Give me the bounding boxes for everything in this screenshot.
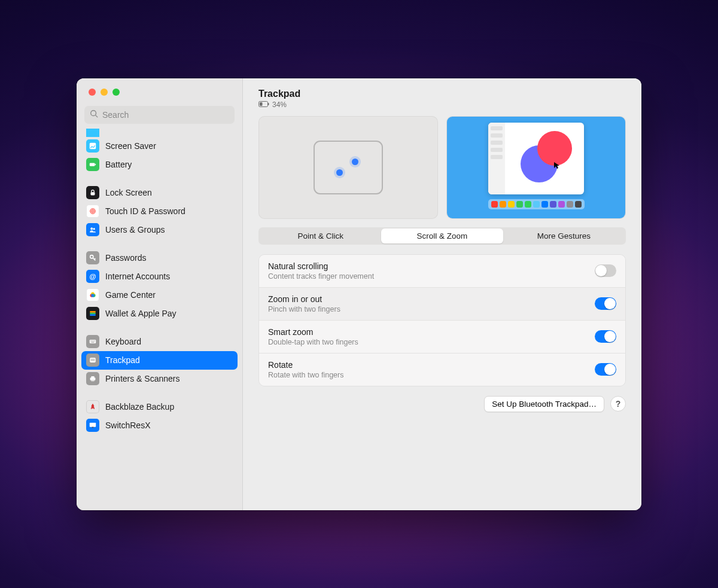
sidebar-item-keyboard[interactable]: Keyboard (81, 333, 238, 351)
settings-list: Natural scrollingContent tracks finger m… (258, 254, 626, 386)
sidebar-item-label: Lock Screen (105, 188, 152, 197)
dock-app-icon (508, 201, 515, 208)
sidebar-item-lock-screen[interactable]: Lock Screen (81, 184, 238, 202)
svg-rect-28 (91, 358, 95, 361)
at-icon: @ (86, 270, 99, 283)
search-field[interactable] (84, 106, 235, 124)
sidebar-item-backblaze-backup[interactable]: Backblaze Backup (81, 398, 238, 416)
dock-app-icon (533, 201, 540, 208)
search-input[interactable] (102, 110, 229, 120)
sidebar-item-partial[interactable] (81, 129, 238, 137)
fullscreen-window-button[interactable] (112, 89, 120, 96)
svg-rect-30 (91, 376, 94, 378)
sidebar-item-game-center[interactable]: Game Center (81, 286, 238, 304)
svg-rect-3 (90, 163, 95, 166)
dock-app-icon (567, 201, 573, 208)
sidebar-item-printers-scanners[interactable]: Printers & Scanners (81, 370, 238, 388)
sidebar-item-label: Printers & Scanners (105, 374, 180, 383)
lock-icon (86, 186, 99, 199)
wallet-icon (86, 307, 99, 320)
svg-rect-35 (268, 103, 269, 105)
dock-app-icon (491, 201, 498, 208)
sidebar-item-label: Screen Saver (105, 141, 156, 151)
svg-point-9 (90, 227, 93, 230)
setup-bluetooth-trackpad-button[interactable]: Set Up Bluetooth Trackpad… (484, 396, 604, 412)
toggle-smart-zoom[interactable] (595, 330, 616, 343)
sidebar-item-battery[interactable]: Battery (81, 156, 238, 174)
setting-row-natural-scrolling: Natural scrollingContent tracks finger m… (259, 255, 625, 288)
sidebar-item-label: Battery (105, 160, 132, 169)
sidebar-item-label: Touch ID & Password (105, 206, 185, 216)
svg-rect-4 (95, 164, 96, 166)
dock-app-icon (558, 201, 565, 208)
touch-indicator-icon (336, 169, 343, 176)
system-settings-window: Screen SaverBatteryLock ScreenTouch ID &… (77, 78, 641, 510)
setting-subtitle: Rotate with two fingers (268, 371, 343, 379)
gamecenter-icon (86, 288, 99, 301)
cursor-icon (554, 162, 560, 169)
users-icon (86, 223, 99, 236)
setting-subtitle: Double-tap with two fingers (268, 338, 358, 346)
sidebar-item-screen-saver[interactable]: Screen Saver (81, 137, 238, 156)
pane-header: Trackpad 34% (258, 89, 626, 109)
svg-rect-18 (90, 313, 96, 315)
close-window-button[interactable] (89, 89, 96, 96)
pane-footer: Set Up Bluetooth Trackpad… ? (258, 396, 626, 412)
toggle-zoom-in-or-out[interactable] (595, 297, 616, 310)
setting-subtitle: Content tracks finger movement (268, 272, 374, 281)
sidebar-item-label: Wallet & Apple Pay (105, 309, 177, 318)
trackpad-gesture-preview (258, 116, 438, 219)
sidebar-item-label: Passwords (105, 253, 146, 263)
help-button[interactable]: ? (610, 396, 626, 412)
minimize-window-button[interactable] (101, 89, 108, 96)
tab-point-click[interactable]: Point & Click (260, 229, 381, 243)
svg-point-7 (91, 209, 94, 212)
pane-title: Trackpad (258, 89, 626, 99)
toggle-rotate[interactable] (595, 363, 616, 376)
svg-text:@: @ (89, 273, 96, 280)
red-circle-icon (537, 131, 572, 166)
dock-app-icon (575, 201, 582, 208)
dock-app-icon (550, 201, 556, 208)
sidebar-item-switchresx[interactable]: SwitchResX (81, 416, 238, 435)
svg-rect-21 (90, 340, 91, 341)
screen-result-preview (446, 116, 626, 219)
tab-more-gestures[interactable]: More Gestures (503, 229, 625, 243)
sidebar-item-label: Backblaze Backup (105, 402, 174, 412)
sidebar-item-internet-accounts[interactable]: @Internet Accounts (81, 267, 238, 286)
setting-subtitle: Pinch with two fingers (268, 305, 340, 313)
tab-scroll-zoom[interactable]: Scroll & Zoom (381, 229, 503, 243)
svg-rect-25 (95, 340, 95, 341)
fingerprint-icon (86, 205, 99, 218)
sidebar-item-passwords[interactable]: Passwords (81, 249, 238, 267)
svg-point-8 (92, 211, 93, 212)
sidebar-item-users-groups[interactable]: Users & Groups (81, 221, 238, 239)
sidebar-item-touch-id-password[interactable]: Touch ID & Password (81, 202, 238, 221)
svg-line-1 (96, 115, 98, 117)
sidebar-list[interactable]: Screen SaverBatteryLock ScreenTouch ID &… (77, 127, 242, 510)
svg-rect-5 (91, 192, 95, 195)
trackpad-outline-graphic (314, 141, 383, 194)
sidebar-item-label: SwitchResX (105, 421, 150, 430)
setting-row-smart-zoom: Smart zoomDouble-tap with two fingers (259, 321, 625, 354)
sidebar-item-wallet-apple-pay[interactable]: Wallet & Apple Pay (81, 304, 238, 323)
svg-rect-33 (92, 427, 94, 428)
sidebar-item-trackpad[interactable]: Trackpad (81, 351, 238, 370)
toggle-natural-scrolling[interactable] (595, 264, 616, 277)
switchresx-icon (86, 419, 99, 432)
sidebar-item-label: Internet Accounts (105, 272, 170, 281)
dock-app-icon (516, 201, 523, 208)
mini-dock-graphic (488, 199, 585, 209)
setting-title: Smart zoom (268, 327, 358, 337)
svg-rect-20 (90, 340, 96, 343)
battery-icon (86, 158, 99, 171)
keyboard-icon (86, 335, 99, 348)
setting-title: Zoom in or out (268, 294, 340, 304)
setting-row-rotate: RotateRotate with two fingers (259, 354, 625, 386)
sidebar-item-label: Keyboard (105, 337, 141, 346)
battery-status: 34% (258, 100, 626, 109)
main-pane: Trackpad 34% (243, 78, 641, 510)
window-controls (77, 78, 242, 106)
touch-indicator-icon (352, 159, 358, 165)
sidebar-item-label: Trackpad (105, 355, 140, 365)
